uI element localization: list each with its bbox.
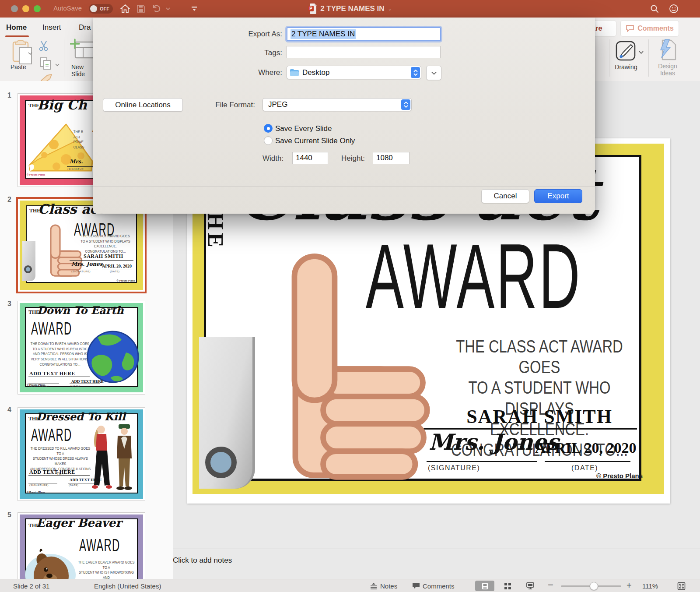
notes-placeholder[interactable]: Click to add notes [173,556,232,565]
save-icon[interactable] [135,3,147,15]
comment-bubble-icon [626,25,634,32]
certificate-student-name[interactable]: SARAH SMITH [426,405,653,428]
undo-dropdown-chevron-icon[interactable] [162,3,174,15]
ribbon-display-options-icon[interactable] [188,3,200,15]
zoom-in-button[interactable]: + [626,579,632,592]
height-field[interactable] [373,152,410,164]
zoom-out-button[interactable]: − [548,578,553,592]
mini-add-text: ADD TEXT HERE [29,469,75,476]
width-field[interactable] [292,152,328,164]
online-locations-button[interactable]: Online Locations [103,98,183,112]
tags-field[interactable] [287,46,441,58]
file-format-stepper-icon[interactable] [401,99,410,110]
where-dropdown[interactable]: Desktop [287,66,421,79]
feedback-smiley-icon[interactable] [668,3,680,15]
height-label: Height: [341,154,369,163]
slide-number: 3 [0,300,11,308]
slide-thumbnail-5[interactable]: THE Eager Beaver AWARD THE EAGER BEAVER … [18,512,145,579]
cuff-illustration [199,337,255,489]
slideshow-view-button[interactable] [521,581,540,591]
notes-toggle[interactable]: Notes [370,579,397,592]
design-ideas-label: Design Ideas [654,63,681,77]
slide-number: 1 [0,92,11,99]
slide-thumbnail-4[interactable]: THE Dressed To Kill AWARD THE [18,407,145,501]
export-dialog: Export As: 2 TYPE NAMES IN Tags: Where: … [93,18,595,214]
width-label: Width: [262,154,288,163]
language-status[interactable]: English (United States) [94,579,161,592]
export-button[interactable]: Export [534,189,582,203]
mini-script-title: Dressed To Kill [36,410,126,423]
document-title: 2 TYPE NAMES IN [320,4,384,13]
comments-icon [412,582,420,589]
fit-slide-to-window-button[interactable] [672,581,691,591]
mini-award: AWARD [79,536,120,555]
close-window-button[interactable] [11,5,18,12]
where-label: Where: [230,68,282,77]
drawing-button[interactable] [615,40,637,64]
search-icon[interactable] [648,3,661,15]
slide-counter[interactable]: Slide 2 of 31 [13,579,49,592]
copy-icon[interactable] [39,57,52,72]
cuff-icon [22,241,35,281]
ribbon-separator [648,39,649,77]
notes-divider[interactable] [173,549,700,549]
certificate-date[interactable]: APRIL 20, 2020 [535,440,636,456]
zoom-level[interactable]: 111% [642,579,658,592]
title-chevron-icon[interactable]: ⌄ [388,6,392,12]
normal-view-button[interactable] [475,581,494,591]
save-current-slide-label[interactable]: Save Current Slide Only [275,137,355,145]
drawing-dropdown-chevron-icon[interactable] [639,48,644,56]
drawing-label: Drawing [612,63,640,70]
where-stepper-icon[interactable] [411,67,420,78]
mini-credit: © Presto Plans [117,279,135,282]
credit-text: © Presto Plans [596,472,643,479]
cancel-button[interactable]: Cancel [481,189,529,203]
tab-draw[interactable]: Dra [79,23,91,32]
where-expand-button[interactable] [426,66,441,80]
home-icon[interactable] [119,3,131,15]
slide-sorter-view-button[interactable] [498,581,517,591]
date-label: (DATE) [571,464,598,472]
mini-script-title: Big Ch [37,97,87,113]
comments-button[interactable]: Comments [620,20,679,37]
design-ideas-icon[interactable] [657,39,677,63]
slide-thumbnail-3[interactable]: THE Down To Earth AWARD THE DOWN TO EART… [18,301,145,395]
export-as-field[interactable]: 2 TYPE NAMES IN [287,27,441,41]
cut-icon[interactable] [38,40,50,53]
tab-home-underline [5,35,29,37]
file-format-dropdown[interactable]: JPEG [262,98,412,111]
globe-icon [84,328,141,387]
copy-dropdown-chevron-icon[interactable] [55,60,60,68]
tab-home[interactable]: Home [6,23,27,32]
mini-add-text: ADD TEXT HERE [29,370,75,377]
dressed-people-icon [90,423,138,493]
save-every-slide-label[interactable]: Save Every Slide [275,124,332,133]
save-current-slide-radio[interactable] [264,136,273,145]
zoom-slider-thumb[interactable] [590,582,598,590]
undo-icon[interactable] [150,3,163,15]
zoom-window-button[interactable] [34,5,41,12]
comments-toggle[interactable]: Comments [412,579,455,592]
tab-insert[interactable]: Insert [42,23,61,32]
new-slide-button[interactable] [70,39,95,64]
thumbs-up-icon[interactable] [231,243,437,484]
paste-label: Paste [10,63,26,70]
notes-label: Notes [380,582,397,590]
paste-dropdown-chevron-icon[interactable] [28,49,32,57]
save-every-slide-radio[interactable] [264,124,273,133]
autosave-toggle-knob [90,5,97,12]
beaver-icon [24,544,81,579]
new-slide-label: New Slide [71,63,85,78]
autosave-label: AutoSave [53,4,82,12]
mini-credit: © Presto Plans [27,384,45,386]
date-line [545,461,630,462]
autosave-toggle[interactable]: OFF [89,4,113,14]
cancel-label: Cancel [494,192,517,201]
slide-number: 4 [0,406,11,414]
ribbon-separator [609,39,609,77]
export-as-value: 2 TYPE NAMES IN [290,29,356,39]
powerpoint-doc-icon: P [308,4,317,14]
mini-script-title: Down To Earth [37,304,124,317]
slide-number: 5 [0,511,11,519]
minimize-window-button[interactable] [22,5,29,12]
